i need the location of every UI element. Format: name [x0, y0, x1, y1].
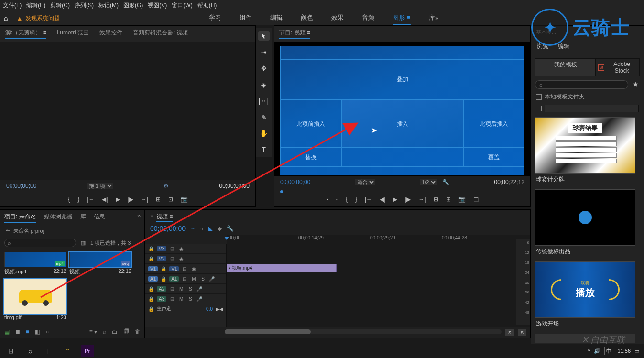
explorer-icon[interactable]: 🗀 [62, 345, 75, 357]
menu-marker[interactable]: 标记(M) [98, 1, 119, 10]
clip-video[interactable]: ▪ 视频.mp4 [227, 264, 337, 272]
insert-icon[interactable]: ⊞ [156, 196, 161, 203]
drop-zone-overlay[interactable]: 叠加 [280, 59, 524, 100]
premiere-icon[interactable]: Pr [81, 345, 94, 357]
filter-checkbox[interactable] [536, 106, 542, 111]
filter-dropdown[interactable] [545, 105, 639, 112]
track-a2[interactable]: 🔒 A2 ⊟MS🎤 [145, 284, 226, 294]
timeline-timecode[interactable]: 00;00;00;00 [150, 225, 186, 232]
settings-icon[interactable]: ◆ [218, 225, 222, 232]
timeline-tracks-area[interactable]: ▪ 视频.mp4 [227, 244, 530, 327]
home-icon[interactable]: ⌂ [4, 14, 8, 22]
pen-tool-icon[interactable]: ✎ [258, 112, 270, 122]
favorite-icon[interactable]: ★ [631, 80, 640, 89]
mic-icon[interactable]: 🎤 [196, 286, 202, 292]
drop-zone-replace[interactable]: 替换 [280, 148, 341, 167]
sort-icon[interactable]: ◧ [35, 328, 40, 335]
add-button-icon[interactable]: + [520, 196, 524, 203]
tab-program[interactable]: 节目: 视频 ≡ [279, 29, 310, 39]
timeline-ruler[interactable]: 00;00 00;00;14;29 00;00;29;29 00;00;44;2… [227, 235, 530, 244]
eye-icon[interactable]: ◉ [178, 246, 184, 251]
mic-icon[interactable]: 🎤 [196, 296, 202, 302]
track-a1[interactable]: A1 🔒 A1 ⊟MS🎤 [145, 274, 226, 284]
tray-up-icon[interactable]: ^ [588, 348, 590, 354]
volume-icon[interactable]: 🔊 [594, 348, 600, 354]
goto-in-icon[interactable]: } [355, 196, 357, 203]
link-icon[interactable]: ∩ [199, 225, 204, 232]
list-icon[interactable]: ≡ ▾ [89, 328, 97, 335]
find-icon[interactable]: ⌕ [103, 328, 106, 335]
extract-icon[interactable]: ⊞ [446, 196, 451, 203]
menu-view[interactable]: 视图(V) [148, 1, 167, 10]
goto-out-icon[interactable]: →| [141, 196, 148, 203]
ime-indicator[interactable]: 中 [604, 347, 613, 355]
tab-effectcontrols[interactable]: 效果控件 [99, 29, 122, 39]
selection-tool-icon[interactable] [258, 31, 270, 41]
freeform-icon[interactable]: ■ [26, 328, 29, 335]
template-item[interactable]: 联赛 播放 游戏开场 [535, 261, 640, 330]
sync-icon[interactable]: ⊟ [182, 266, 187, 271]
track-v2[interactable]: 🔒 V2 ⊟◉ [145, 254, 226, 264]
track-select-tool-icon[interactable]: ⇢ [258, 47, 270, 57]
tab-audiomixer[interactable]: 音频剪辑混合器: 视频 [133, 29, 188, 39]
filter-icon[interactable]: ▥ [81, 240, 86, 246]
drag-select[interactable]: 拖 1 项 [87, 183, 113, 189]
program-time-out[interactable]: 00;00;22;12 [494, 179, 524, 185]
local-folder-checkbox[interactable] [536, 94, 542, 100]
ws-graphics[interactable]: 图形 ≡ [393, 11, 410, 25]
collapse-icon[interactable]: ▶◀ [216, 306, 223, 312]
ws-effects[interactable]: 效果 [331, 11, 344, 25]
source-settings-icon[interactable]: ⚙ [164, 183, 169, 189]
drop-zone-overwrite[interactable]: 覆盖 [463, 148, 524, 167]
tab-info[interactable]: 信息 [94, 213, 105, 223]
mic-icon[interactable]: 🎤 [209, 276, 215, 282]
menu-graphics[interactable]: 图形(G) [123, 1, 143, 10]
source-time-in[interactable]: 00;00;00;00 [6, 183, 36, 189]
menu-file[interactable]: 文件(F) [3, 1, 22, 10]
marker-add-icon[interactable]: ◣ [208, 225, 213, 232]
mark-in-icon[interactable]: ▪ [326, 196, 328, 203]
add-marker-icon[interactable]: { [346, 196, 348, 203]
next-edit-icon[interactable]: →| [418, 196, 426, 203]
trash-icon[interactable]: 🗑 [135, 328, 141, 335]
lock-icon[interactable]: 🔒 [148, 286, 154, 292]
ws-learn[interactable]: 学习 [209, 11, 221, 25]
menu-edit[interactable]: 编辑(E) [26, 1, 45, 10]
track-v3[interactable]: 🔒 V3 ⊟◉ [145, 244, 226, 254]
play-icon[interactable]: ▶ [116, 196, 120, 203]
slip-tool-icon[interactable]: |↔| [258, 96, 270, 106]
template-item[interactable]: 球赛结果 球赛计分牌 [535, 117, 640, 185]
source-viewer[interactable] [0, 42, 255, 180]
ws-editing[interactable]: 编辑 [270, 11, 283, 25]
type-tool-icon[interactable]: T [258, 145, 270, 154]
new-item-icon[interactable]: 🗐 [123, 328, 129, 335]
drop-zone-after[interactable]: 此项后插入 [463, 100, 524, 148]
export-frame-icon[interactable]: 📷 [181, 196, 188, 203]
solo-s-button[interactable]: S [505, 329, 514, 336]
start-icon[interactable]: ⊞ [5, 345, 17, 357]
sync-icon[interactable]: ⊟ [169, 246, 175, 251]
ws-assembly[interactable]: 组件 [240, 11, 252, 25]
overflow-icon[interactable]: » [435, 15, 438, 22]
drop-zone-before[interactable]: 此项前插入 [280, 100, 341, 148]
taskview-icon[interactable]: ▤ [43, 345, 55, 357]
mark-out-icon[interactable]: ▫ [336, 196, 338, 203]
notification-icon[interactable]: ▭ [634, 348, 639, 354]
lock-icon[interactable]: 🔒 [148, 256, 154, 261]
system-warning[interactable]: ▲ 发现系统问题 [16, 14, 60, 22]
tab-project[interactable]: 项目: 未命名 [4, 213, 36, 223]
drop-zone-top[interactable] [280, 46, 524, 59]
ws-library[interactable]: 库 [429, 11, 435, 25]
lock-icon[interactable]: 🔒 [148, 296, 154, 302]
view-icon-icon[interactable]: ≣ [15, 328, 20, 335]
template-item[interactable]: 传统徽标出品 [535, 189, 640, 258]
bin-item[interactable]: seq 视频22;12 [69, 252, 131, 276]
tab-mediabrowser[interactable]: 媒体浏览器 [44, 213, 73, 223]
menu-clip[interactable]: 剪辑(C) [50, 1, 70, 10]
snap-icon[interactable]: ⌖ [191, 225, 195, 232]
compare-icon[interactable]: ◫ [473, 196, 479, 203]
sync-icon[interactable]: ⊟ [182, 276, 187, 282]
add-button-icon[interactable]: + [245, 196, 249, 203]
sync-icon[interactable]: ⊟ [169, 256, 175, 261]
prev-edit-icon[interactable]: |← [365, 196, 372, 203]
